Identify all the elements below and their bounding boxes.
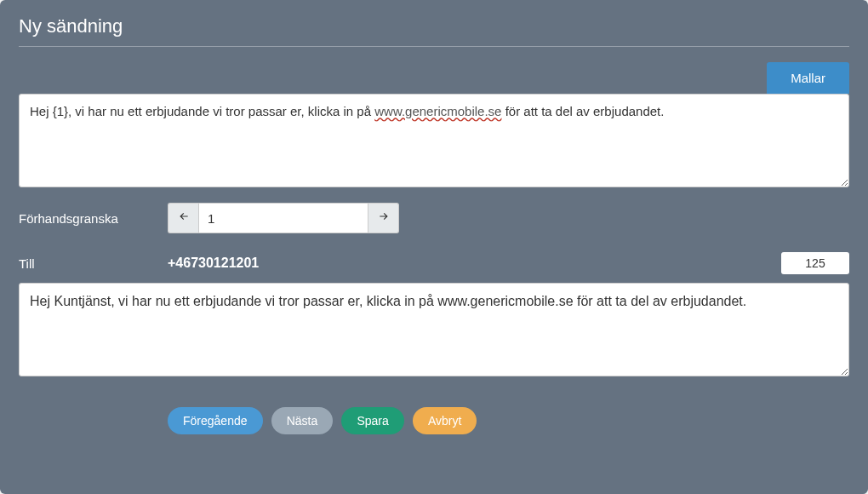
- template-text-prefix: Hej {1}, vi har nu ett erbjudande vi tro…: [30, 104, 374, 118]
- save-button[interactable]: Spara: [341, 407, 403, 434]
- recipient-phone: +46730121201: [168, 256, 781, 271]
- template-link[interactable]: www.genericmobile.se: [374, 104, 501, 118]
- preview-next-button[interactable]: [368, 203, 399, 233]
- preview-index-input[interactable]: [198, 203, 368, 233]
- action-row: Föregående Nästa Spara Avbryt: [19, 407, 849, 434]
- to-label: Till: [19, 256, 168, 271]
- recipient-row: Till +46730121201 125: [19, 252, 849, 274]
- templates-button[interactable]: Mallar: [767, 62, 849, 94]
- preview-label: Förhandsgranska: [19, 211, 168, 226]
- preview-stepper-row: Förhandsgranska: [19, 203, 849, 233]
- cancel-button[interactable]: Avbryt: [413, 407, 477, 434]
- action-buttons: Föregående Nästa Spara Avbryt: [168, 407, 482, 434]
- preview-stepper: [168, 203, 399, 233]
- preview-prev-button[interactable]: [168, 203, 198, 233]
- message-template-input[interactable]: Hej {1}, vi har nu ett erbjudande vi tro…: [19, 94, 849, 187]
- broadcast-panel: Ny sändning Mallar Hej {1}, vi har nu et…: [0, 0, 868, 494]
- char-counter: 125: [781, 252, 849, 274]
- page-title: Ny sändning: [19, 15, 849, 47]
- message-preview[interactable]: Hej Kuntjänst, vi har nu ett erbjudande …: [19, 283, 849, 376]
- topbar: Mallar: [19, 62, 849, 94]
- next-button[interactable]: Nästa: [271, 407, 334, 434]
- prev-button[interactable]: Föregående: [168, 407, 263, 434]
- arrow-right-icon: [378, 210, 390, 226]
- template-text-suffix: för att ta del av erbjudandet.: [501, 104, 664, 118]
- arrow-left-icon: [178, 210, 190, 226]
